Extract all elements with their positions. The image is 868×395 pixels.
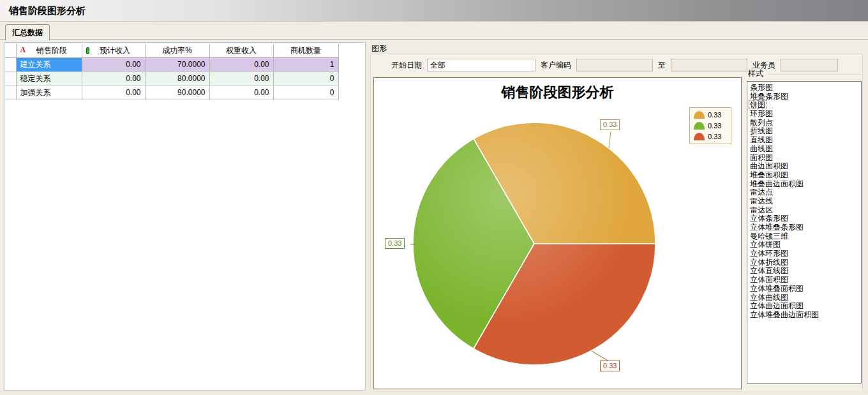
pie-chart bbox=[374, 78, 741, 389]
style-item-line[interactable]: 直线图 bbox=[749, 135, 774, 144]
success-rate-cell[interactable]: 80.0000 bbox=[145, 71, 209, 86]
graph-panel-title: 图形 bbox=[371, 43, 387, 54]
style-item-manhattan[interactable]: 曼哈顿三维 bbox=[749, 232, 789, 241]
style-item-area[interactable]: 面积图 bbox=[749, 153, 774, 162]
style-item-curved-area[interactable]: 曲边面积图 bbox=[749, 161, 789, 170]
expected-income-cell[interactable]: 0.00 bbox=[82, 71, 145, 86]
column-header-opportunity-count[interactable]: 商机数量 bbox=[273, 44, 338, 57]
style-group: 样式 条形图 堆叠条形图 饼图 环形图 散列点 折线图 直线图 曲线图 面积图 … bbox=[745, 70, 862, 389]
customer-code-to-input[interactable] bbox=[671, 59, 747, 71]
tab-strip: 汇总数据 bbox=[0, 22, 868, 40]
style-item-radar-area[interactable]: 雷达区 bbox=[749, 205, 774, 214]
column-header-stage[interactable]: A 销售阶段 bbox=[16, 44, 82, 57]
style-item-3d-stacked-area[interactable]: 立体堆叠面积图 bbox=[749, 284, 805, 293]
stage-cell[interactable]: 建立关系 bbox=[16, 57, 82, 71]
pie-label-orange: 0.33 bbox=[600, 119, 620, 130]
style-item-3d-bar[interactable]: 立体条形图 bbox=[749, 214, 789, 223]
style-item-3d-stacked-curved-area[interactable]: 立体堆叠曲边面积图 bbox=[749, 310, 820, 319]
style-item-3d-line[interactable]: 立体直线图 bbox=[749, 266, 789, 275]
stage-cell[interactable]: 加强关系 bbox=[16, 86, 82, 100]
legend-swatch-red-icon bbox=[694, 133, 705, 140]
main-content: A 销售阶段 预计收入 成功率% 权重收入 商机数量 建立关系 0.00 70.… bbox=[0, 40, 868, 391]
style-item-donut[interactable]: 环形图 bbox=[749, 109, 774, 118]
sales-stage-table: A 销售阶段 预计收入 成功率% 权重收入 商机数量 建立关系 0.00 70.… bbox=[5, 44, 339, 100]
weighted-income-cell[interactable]: 0.00 bbox=[209, 71, 273, 86]
customer-code-input[interactable] bbox=[576, 59, 653, 71]
window-title-bar: 销售阶段图形分析 bbox=[0, 0, 868, 22]
weighted-income-cell[interactable]: 0.00 bbox=[209, 57, 273, 71]
style-item-3d-pie[interactable]: 立体饼图 bbox=[749, 240, 782, 249]
start-date-label: 开始日期 bbox=[391, 60, 422, 71]
start-date-input[interactable] bbox=[427, 59, 535, 71]
style-item-stacked-area[interactable]: 堆叠面积图 bbox=[749, 170, 789, 179]
style-item-scatter[interactable]: 散列点 bbox=[749, 118, 774, 127]
legend-item: 0.33 bbox=[694, 122, 727, 130]
style-item-3d-polyline[interactable]: 立体折线图 bbox=[749, 258, 789, 267]
legend-item: 0.33 bbox=[694, 133, 727, 140]
style-item-polyline[interactable]: 折线图 bbox=[749, 126, 774, 135]
style-group-title: 样式 bbox=[748, 68, 763, 79]
customer-code-label: 客户编码 bbox=[541, 60, 571, 71]
column-header-expected-income[interactable]: 预计收入 bbox=[82, 44, 145, 57]
opportunity-count-cell[interactable]: 0 bbox=[273, 71, 338, 86]
expected-income-cell[interactable]: 0.00 bbox=[82, 57, 145, 71]
style-item-3d-curve[interactable]: 立体曲线图 bbox=[749, 293, 789, 302]
summary-table-panel: A 销售阶段 预计收入 成功率% 权重收入 商机数量 建立关系 0.00 70.… bbox=[4, 42, 366, 391]
style-item-pie[interactable]: 饼图 bbox=[749, 100, 767, 109]
table-row[interactable]: 稳定关系 0.00 80.0000 0.00 0 bbox=[5, 71, 338, 86]
chart-legend: 0.33 0.33 0.33 bbox=[689, 107, 731, 144]
graph-panel-box: 开始日期 客户编码 至 业务员 销售阶段图形分析 bbox=[370, 54, 863, 392]
weighted-income-cell[interactable]: 0.00 bbox=[209, 86, 273, 100]
pie-chart-area: 销售阶段图形分析 0.33 0.33 0.33 bbox=[373, 77, 742, 389]
legend-swatch-green-icon bbox=[694, 122, 705, 130]
success-rate-cell[interactable]: 70.0000 bbox=[145, 57, 209, 71]
page-title: 销售阶段图形分析 bbox=[9, 5, 86, 17]
legend-swatch-orange-icon bbox=[694, 111, 705, 119]
style-item-bar[interactable]: 条形图 bbox=[749, 83, 774, 92]
style-item-3d-stacked-bar[interactable]: 立体堆叠条形图 bbox=[749, 223, 805, 232]
green-pill-icon bbox=[86, 47, 89, 54]
groupbox-line bbox=[768, 74, 861, 75]
legend-item: 0.33 bbox=[694, 111, 727, 119]
opportunity-count-cell[interactable]: 1 bbox=[273, 57, 338, 71]
pie-label-red: 0.33 bbox=[600, 361, 620, 371]
style-item-radar-point[interactable]: 雷达点 bbox=[749, 188, 774, 197]
style-item-curve[interactable]: 曲线图 bbox=[749, 144, 774, 153]
success-rate-cell[interactable]: 90.0000 bbox=[145, 86, 209, 100]
style-item-3d-area[interactable]: 立体面积图 bbox=[749, 275, 789, 284]
chart-style-list: 条形图 堆叠条形图 饼图 环形图 散列点 折线图 直线图 曲线图 面积图 曲边面… bbox=[747, 81, 862, 384]
to-label: 至 bbox=[658, 60, 666, 71]
column-header-success-rate[interactable]: 成功率% bbox=[145, 44, 209, 57]
expected-income-cell[interactable]: 0.00 bbox=[82, 86, 145, 100]
style-item-3d-curved-area[interactable]: 立体曲边面积图 bbox=[749, 301, 805, 310]
row-indicator-header bbox=[5, 44, 16, 57]
stage-cell[interactable]: 稳定关系 bbox=[16, 71, 82, 86]
bottom-strip bbox=[0, 391, 868, 395]
style-item-3d-donut[interactable]: 立体环形图 bbox=[749, 249, 789, 258]
letter-a-icon: A bbox=[20, 45, 26, 55]
table-row[interactable]: 加强关系 0.00 90.0000 0.00 0 bbox=[5, 86, 338, 100]
style-item-stacked-curved-area[interactable]: 堆叠曲边面积图 bbox=[749, 179, 805, 188]
graph-panel: 图形 开始日期 客户编码 至 业务员 销售阶段图形分析 bbox=[369, 41, 864, 391]
table-row[interactable]: 建立关系 0.00 70.0000 0.00 1 bbox=[5, 57, 338, 71]
pie-label-green: 0.33 bbox=[385, 238, 405, 249]
table-header-row: A 销售阶段 预计收入 成功率% 权重收入 商机数量 bbox=[5, 44, 338, 57]
column-header-weighted-income[interactable]: 权重收入 bbox=[209, 44, 273, 57]
tab-summary-data[interactable]: 汇总数据 bbox=[5, 24, 50, 40]
opportunity-count-cell[interactable]: 0 bbox=[273, 86, 338, 100]
style-item-stacked-bar[interactable]: 堆叠条形图 bbox=[749, 92, 789, 101]
style-item-radar-line[interactable]: 雷达线 bbox=[749, 197, 774, 205]
